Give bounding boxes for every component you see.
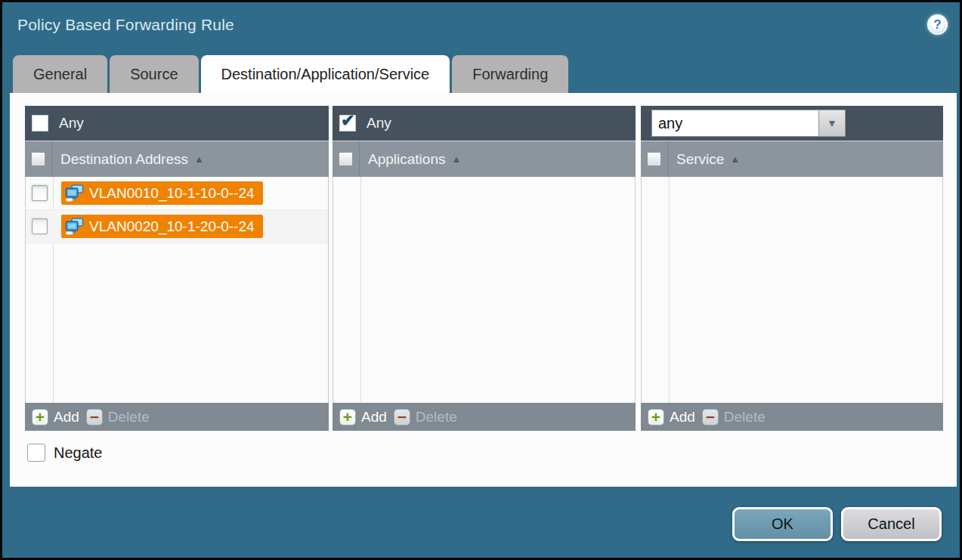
address-object-label: VLAN0020_10-1-20-0--24 [89, 218, 255, 235]
destination-any-checkbox[interactable] [32, 115, 48, 131]
address-object-label: VLAN0010_10-1-10-0--24 [89, 185, 255, 202]
dialog-title: Policy Based Forwarding Rule [17, 16, 234, 34]
table-row: VLAN0020_10-1-20-0--24 [26, 210, 328, 243]
delete-icon: − [394, 409, 410, 425]
applications-header[interactable]: Applications ▲ [333, 141, 636, 177]
destination-address-column: Any Destination Address ▲ [25, 106, 329, 431]
add-button[interactable]: + Add [648, 409, 695, 425]
check-icon: ✔ [341, 111, 354, 131]
negate-label: Negate [54, 444, 103, 462]
tab-general[interactable]: General [13, 55, 107, 93]
negate-checkbox[interactable] [27, 444, 45, 462]
service-list [641, 177, 943, 403]
service-dropdown-input[interactable] [651, 110, 818, 137]
dropdown-button[interactable]: ▼ [818, 110, 846, 137]
tab-bar: General Source Destination/Application/S… [13, 55, 568, 93]
delete-button[interactable]: − Delete [394, 409, 457, 425]
add-icon: + [648, 409, 664, 425]
sort-asc-icon: ▲ [451, 153, 461, 165]
help-icon[interactable]: ? [927, 14, 948, 35]
tab-content-panel: Any Destination Address ▲ [10, 93, 957, 487]
chevron-down-icon: ▼ [827, 117, 837, 129]
tab-source[interactable]: Source [110, 55, 198, 93]
delete-icon: − [86, 409, 103, 425]
applications-any-checkbox[interactable]: ✔ [339, 115, 356, 131]
add-icon: + [339, 409, 356, 425]
applications-any-label: Any [367, 115, 391, 131]
service-dropdown: ▼ [651, 110, 846, 137]
tab-destination-application-service[interactable]: Destination/Application/Service [201, 55, 450, 93]
applications-column: ✔ Any Applications ▲ + Add − Delete [333, 106, 636, 431]
cancel-button[interactable]: Cancel [841, 507, 942, 541]
sort-asc-icon: ▲ [730, 153, 740, 165]
ok-button[interactable]: OK [732, 507, 833, 541]
service-select-all-checkbox[interactable] [647, 152, 661, 166]
row-checkbox[interactable] [32, 218, 48, 234]
sort-asc-icon: ▲ [194, 153, 204, 165]
destination-address-list: VLAN0010_10-1-10-0--24 VLAN0020_10-1 [25, 177, 329, 403]
tab-forwarding[interactable]: Forwarding [452, 55, 568, 93]
destination-any-bar: Any [25, 106, 329, 141]
applications-select-all-checkbox[interactable] [339, 152, 353, 166]
destination-address-header-label: Destination Address [60, 151, 188, 168]
applications-any-bar: ✔ Any [333, 106, 636, 141]
service-footer: + Add − Delete [641, 403, 943, 431]
destination-any-label: Any [59, 115, 84, 131]
destination-address-header[interactable]: Destination Address ▲ [25, 141, 329, 177]
add-icon: + [32, 409, 48, 425]
destination-select-all-checkbox[interactable] [31, 152, 45, 166]
destination-footer: + Add − Delete [25, 403, 329, 431]
add-button[interactable]: + Add [339, 409, 387, 425]
delete-icon: − [702, 409, 719, 425]
delete-button[interactable]: − Delete [86, 409, 150, 425]
applications-list [333, 177, 636, 403]
service-dropdown-bar: ▼ [641, 106, 943, 141]
address-object-icon [65, 218, 84, 235]
service-column: ▼ Service ▲ + Add − Delete [641, 106, 943, 431]
address-object-tag[interactable]: VLAN0010_10-1-10-0--24 [61, 181, 263, 205]
add-button[interactable]: + Add [32, 409, 79, 425]
applications-header-label: Applications [368, 151, 445, 168]
applications-footer: + Add − Delete [333, 403, 636, 431]
negate-row: Negate [27, 444, 103, 462]
delete-button[interactable]: − Delete [702, 409, 766, 425]
address-object-tag[interactable]: VLAN0020_10-1-20-0--24 [61, 215, 263, 238]
table-row: VLAN0010_10-1-10-0--24 [26, 177, 328, 210]
address-object-icon [65, 184, 84, 202]
service-header-label: Service [676, 151, 724, 168]
service-header[interactable]: Service ▲ [641, 141, 943, 177]
pbf-rule-dialog: Policy Based Forwarding Rule ? General S… [0, 0, 962, 560]
row-checkbox[interactable] [32, 185, 48, 201]
